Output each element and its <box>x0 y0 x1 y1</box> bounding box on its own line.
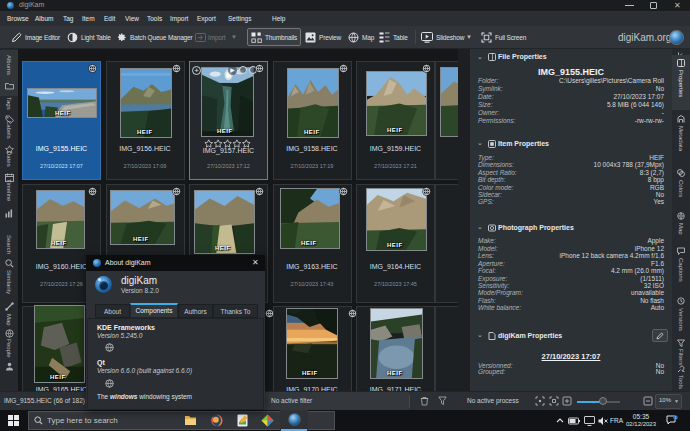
svg-text:1: 1 <box>675 416 677 420</box>
